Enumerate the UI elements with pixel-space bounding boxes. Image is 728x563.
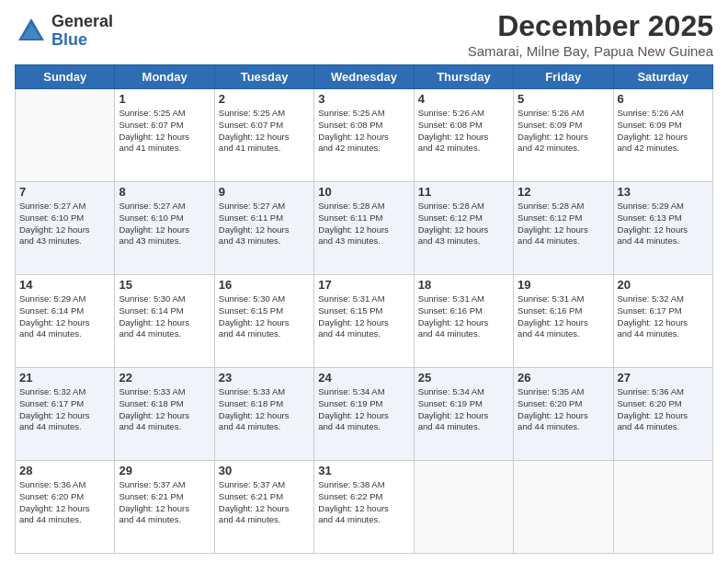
calendar-cell: [514, 461, 613, 554]
calendar-cell: 1Sunrise: 5:25 AMSunset: 6:07 PMDaylight…: [115, 89, 214, 182]
calendar-week-2: 14Sunrise: 5:29 AMSunset: 6:14 PMDayligh…: [16, 275, 713, 368]
calendar-cell: 30Sunrise: 5:37 AMSunset: 6:21 PMDayligh…: [214, 461, 313, 554]
calendar-header-friday: Friday: [514, 65, 613, 89]
day-number: 4: [418, 92, 509, 106]
calendar-header-tuesday: Tuesday: [214, 65, 313, 89]
day-number: 11: [418, 185, 509, 199]
day-info: Sunrise: 5:27 AMSunset: 6:10 PMDaylight:…: [119, 201, 210, 247]
calendar-cell: 10Sunrise: 5:28 AMSunset: 6:11 PMDayligh…: [314, 182, 414, 275]
calendar-cell: 8Sunrise: 5:27 AMSunset: 6:10 PMDaylight…: [115, 182, 214, 275]
day-info: Sunrise: 5:30 AMSunset: 6:14 PMDaylight:…: [119, 293, 210, 340]
calendar-header-sunday: Sunday: [16, 65, 115, 89]
day-number: 2: [219, 92, 310, 106]
day-info: Sunrise: 5:37 AMSunset: 6:21 PMDaylight:…: [119, 479, 210, 526]
day-info: Sunrise: 5:30 AMSunset: 6:15 PMDaylight:…: [219, 293, 310, 340]
day-info: Sunrise: 5:31 AMSunset: 6:16 PMDaylight:…: [418, 293, 509, 340]
day-info: Sunrise: 5:28 AMSunset: 6:12 PMDaylight:…: [518, 201, 609, 247]
day-number: 12: [518, 185, 609, 199]
main-title: December 2025: [468, 9, 713, 43]
calendar-cell: 25Sunrise: 5:34 AMSunset: 6:19 PMDayligh…: [414, 368, 513, 461]
day-number: 25: [418, 371, 509, 385]
day-info: Sunrise: 5:36 AMSunset: 6:20 PMDaylight:…: [19, 479, 110, 526]
calendar-cell: 19Sunrise: 5:31 AMSunset: 6:16 PMDayligh…: [514, 275, 613, 368]
calendar-week-0: 1Sunrise: 5:25 AMSunset: 6:07 PMDaylight…: [16, 89, 713, 182]
calendar-header-thursday: Thursday: [414, 65, 513, 89]
calendar-cell: 5Sunrise: 5:26 AMSunset: 6:09 PMDaylight…: [514, 89, 613, 182]
calendar-cell: 16Sunrise: 5:30 AMSunset: 6:15 PMDayligh…: [214, 275, 313, 368]
day-info: Sunrise: 5:25 AMSunset: 6:07 PMDaylight:…: [219, 108, 310, 155]
day-info: Sunrise: 5:27 AMSunset: 6:11 PMDaylight:…: [219, 201, 310, 247]
calendar-week-4: 28Sunrise: 5:36 AMSunset: 6:20 PMDayligh…: [16, 461, 713, 554]
day-number: 19: [518, 278, 609, 292]
day-info: Sunrise: 5:31 AMSunset: 6:15 PMDaylight:…: [318, 293, 409, 340]
logo-icon: [15, 15, 48, 48]
calendar-cell: 18Sunrise: 5:31 AMSunset: 6:16 PMDayligh…: [414, 275, 513, 368]
calendar-cell: 14Sunrise: 5:29 AMSunset: 6:14 PMDayligh…: [16, 275, 115, 368]
day-info: Sunrise: 5:34 AMSunset: 6:19 PMDaylight:…: [318, 386, 409, 433]
day-info: Sunrise: 5:37 AMSunset: 6:21 PMDaylight:…: [219, 479, 310, 526]
calendar-cell: [16, 89, 115, 182]
day-number: 17: [318, 278, 409, 292]
day-number: 31: [318, 464, 409, 477]
calendar-week-1: 7Sunrise: 5:27 AMSunset: 6:10 PMDaylight…: [16, 182, 713, 275]
day-number: 5: [518, 92, 609, 106]
day-info: Sunrise: 5:31 AMSunset: 6:16 PMDaylight:…: [518, 293, 609, 340]
day-number: 13: [618, 185, 709, 199]
day-number: 6: [618, 92, 709, 106]
calendar-cell: 2Sunrise: 5:25 AMSunset: 6:07 PMDaylight…: [214, 89, 313, 182]
day-number: 30: [219, 464, 310, 477]
day-info: Sunrise: 5:36 AMSunset: 6:20 PMDaylight:…: [618, 386, 709, 433]
calendar-cell: 28Sunrise: 5:36 AMSunset: 6:20 PMDayligh…: [16, 461, 115, 554]
day-info: Sunrise: 5:29 AMSunset: 6:14 PMDaylight:…: [19, 293, 110, 340]
day-number: 26: [518, 371, 609, 385]
calendar-cell: 20Sunrise: 5:32 AMSunset: 6:17 PMDayligh…: [613, 275, 712, 368]
day-info: Sunrise: 5:28 AMSunset: 6:12 PMDaylight:…: [418, 201, 509, 247]
day-info: Sunrise: 5:33 AMSunset: 6:18 PMDaylight:…: [219, 386, 310, 433]
day-info: Sunrise: 5:26 AMSunset: 6:09 PMDaylight:…: [518, 108, 609, 155]
calendar-cell: 15Sunrise: 5:30 AMSunset: 6:14 PMDayligh…: [115, 275, 214, 368]
day-info: Sunrise: 5:32 AMSunset: 6:17 PMDaylight:…: [618, 293, 709, 340]
page: General Blue December 2025 Samarai, Miln…: [0, 0, 728, 563]
day-info: Sunrise: 5:27 AMSunset: 6:10 PMDaylight:…: [19, 201, 110, 247]
day-number: 14: [19, 278, 110, 292]
calendar-cell: 6Sunrise: 5:26 AMSunset: 6:09 PMDaylight…: [613, 89, 712, 182]
day-number: 27: [618, 371, 709, 385]
calendar-cell: 9Sunrise: 5:27 AMSunset: 6:11 PMDaylight…: [214, 182, 313, 275]
day-number: 18: [418, 278, 509, 292]
day-number: 7: [19, 185, 110, 199]
day-number: 23: [219, 371, 310, 385]
calendar-cell: 31Sunrise: 5:38 AMSunset: 6:22 PMDayligh…: [314, 461, 414, 554]
day-info: Sunrise: 5:32 AMSunset: 6:17 PMDaylight:…: [19, 386, 110, 433]
day-info: Sunrise: 5:26 AMSunset: 6:09 PMDaylight:…: [618, 108, 709, 155]
day-number: 15: [119, 278, 210, 292]
calendar-cell: 17Sunrise: 5:31 AMSunset: 6:15 PMDayligh…: [314, 275, 414, 368]
calendar-header-wednesday: Wednesday: [314, 65, 414, 89]
calendar-cell: 24Sunrise: 5:34 AMSunset: 6:19 PMDayligh…: [314, 368, 414, 461]
day-number: 22: [119, 371, 210, 385]
day-number: 3: [318, 92, 409, 106]
day-info: Sunrise: 5:33 AMSunset: 6:18 PMDaylight:…: [119, 386, 210, 433]
calendar-cell: 4Sunrise: 5:26 AMSunset: 6:08 PMDaylight…: [414, 89, 513, 182]
day-info: Sunrise: 5:26 AMSunset: 6:08 PMDaylight:…: [418, 108, 509, 155]
day-info: Sunrise: 5:38 AMSunset: 6:22 PMDaylight:…: [318, 479, 409, 526]
calendar-cell: 13Sunrise: 5:29 AMSunset: 6:13 PMDayligh…: [613, 182, 712, 275]
calendar-table: SundayMondayTuesdayWednesdayThursdayFrid…: [15, 64, 713, 554]
day-number: 24: [318, 371, 409, 385]
day-info: Sunrise: 5:29 AMSunset: 6:13 PMDaylight:…: [618, 201, 709, 247]
day-info: Sunrise: 5:34 AMSunset: 6:19 PMDaylight:…: [418, 386, 509, 433]
calendar-cell: [414, 461, 513, 554]
logo: General Blue: [15, 13, 113, 50]
subtitle: Samarai, Milne Bay, Papua New Guinea: [468, 43, 713, 59]
calendar-cell: 21Sunrise: 5:32 AMSunset: 6:17 PMDayligh…: [16, 368, 115, 461]
title-area: December 2025 Samarai, Milne Bay, Papua …: [468, 9, 713, 59]
calendar-header-row: SundayMondayTuesdayWednesdayThursdayFrid…: [16, 65, 713, 89]
calendar-cell: 27Sunrise: 5:36 AMSunset: 6:20 PMDayligh…: [613, 368, 712, 461]
day-number: 8: [119, 185, 210, 199]
logo-blue: Blue: [51, 31, 113, 50]
calendar-cell: 26Sunrise: 5:35 AMSunset: 6:20 PMDayligh…: [514, 368, 613, 461]
day-info: Sunrise: 5:25 AMSunset: 6:08 PMDaylight:…: [318, 108, 409, 155]
calendar-cell: 23Sunrise: 5:33 AMSunset: 6:18 PMDayligh…: [214, 368, 313, 461]
calendar-cell: 3Sunrise: 5:25 AMSunset: 6:08 PMDaylight…: [314, 89, 414, 182]
day-info: Sunrise: 5:25 AMSunset: 6:07 PMDaylight:…: [119, 108, 210, 155]
day-number: 20: [618, 278, 709, 292]
